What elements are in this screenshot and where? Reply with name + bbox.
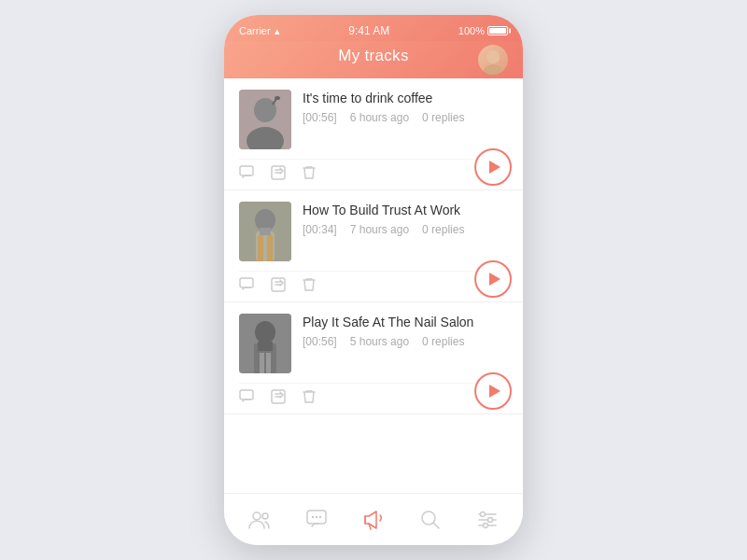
track-info-2: How To Build Trust At Work [00:34] 7 hou… [303,202,508,236]
wifi-icon: ▴ [275,25,280,37]
play-button-2[interactable] [474,260,512,298]
track-duration-1: [00:56] [303,111,337,124]
svg-point-18 [255,321,275,343]
svg-rect-12 [260,228,271,235]
svg-point-1 [483,64,503,75]
track-main-1: It's time to drink coffee [00:56] 6 hour… [239,90,508,159]
nav-item-search[interactable] [410,499,451,540]
track-title-3: Play It Safe At The Nail Salon [303,314,508,330]
status-bar: Carrier ▴ 9:41 AM 100% [224,15,523,41]
nav-item-equalizer[interactable] [467,499,508,540]
track-title-1: It's time to drink coffee [303,90,508,106]
bottom-nav [224,493,523,545]
svg-point-29 [316,515,317,517]
status-bar-left: Carrier ▴ [239,25,280,37]
track-meta-2: [00:34] 7 hours ago 0 replies [303,223,508,236]
status-bar-time: 9:41 AM [348,24,389,37]
svg-rect-15 [240,278,253,287]
chat-icon [306,510,327,530]
track-title-2: How To Build Trust At Work [303,202,508,218]
nav-item-people[interactable] [239,499,280,540]
track-info-3: Play It Safe At The Nail Salon [00:56] 5… [303,314,508,348]
track-thumbnail-3 [239,314,291,373]
people-icon [248,511,271,529]
svg-point-35 [480,511,485,516]
share-icon-2[interactable] [271,277,286,292]
svg-point-0 [486,50,500,63]
avatar-image [478,45,508,75]
svg-point-3 [254,98,276,122]
svg-point-25 [253,512,261,520]
comment-icon-2[interactable] [239,277,254,292]
status-bar-right: 100% [458,25,508,36]
svg-point-26 [262,513,268,519]
svg-point-37 [483,523,487,527]
share-icon-3[interactable] [271,389,286,404]
svg-rect-23 [240,390,253,399]
svg-point-28 [312,515,314,517]
track-time-1: 6 hours ago [350,111,409,124]
track-actions-2 [239,271,508,301]
svg-rect-20 [258,342,273,351]
track-main-3: Play It Safe At The Nail Salon [00:56] 5… [239,314,508,383]
nav-item-megaphone[interactable] [353,499,394,540]
comment-icon-3[interactable] [239,389,254,404]
comment-icon-1[interactable] [239,165,254,180]
track-replies-1: 0 replies [422,111,464,124]
svg-point-36 [487,517,492,522]
delete-icon-1[interactable] [303,165,316,180]
track-thumbnail-2 [239,202,291,261]
search-icon [420,510,441,530]
track-actions-3 [239,383,508,413]
track-item-2: How To Build Trust At Work [00:34] 7 hou… [224,190,523,302]
nav-item-chat[interactable] [296,499,337,540]
delete-icon-2[interactable] [303,277,316,292]
track-actions-1 [239,159,508,189]
avatar [478,45,508,75]
svg-point-6 [275,96,280,100]
track-replies-2: 0 replies [422,223,464,236]
svg-rect-22 [266,353,271,373]
play-icon-2 [489,273,500,286]
share-icon-1[interactable] [271,165,286,180]
track-meta-1: [00:56] 6 hours ago 0 replies [303,111,508,124]
play-icon-3 [489,385,500,398]
carrier-label: Carrier [239,25,271,36]
play-icon-1 [489,161,500,174]
track-list: It's time to drink coffee [00:56] 6 hour… [224,78,523,493]
track-time-3: 5 hours ago [350,335,409,348]
track-replies-3: 0 replies [422,335,464,348]
track-duration-3: [00:56] [303,335,337,348]
track-item-1: It's time to drink coffee [00:56] 6 hour… [224,78,523,190]
battery-label: 100% [458,25,485,36]
svg-rect-7 [240,166,253,175]
svg-rect-14 [267,235,273,261]
header: My tracks [224,41,523,78]
equalizer-icon [477,510,498,530]
battery-icon [487,26,508,35]
play-button-3[interactable] [474,372,512,410]
play-button-1[interactable] [474,148,512,186]
svg-rect-21 [260,353,264,373]
track-thumbnail-1 [239,90,291,149]
track-info-1: It's time to drink coffee [00:56] 6 hour… [303,90,508,124]
track-item-3: Play It Safe At The Nail Salon [00:56] 5… [224,302,523,414]
phone-frame: Carrier ▴ 9:41 AM 100% My tracks [224,15,523,545]
delete-icon-3[interactable] [303,389,316,404]
track-meta-3: [00:56] 5 hours ago 0 replies [303,335,508,348]
track-main-2: How To Build Trust At Work [00:34] 7 hou… [239,202,508,271]
svg-rect-13 [258,235,263,261]
svg-point-30 [319,515,321,517]
page-title: My tracks [338,47,408,64]
megaphone-icon [362,510,385,530]
battery-fill [489,28,506,34]
track-duration-2: [00:34] [303,223,337,236]
track-time-2: 7 hours ago [350,223,409,236]
